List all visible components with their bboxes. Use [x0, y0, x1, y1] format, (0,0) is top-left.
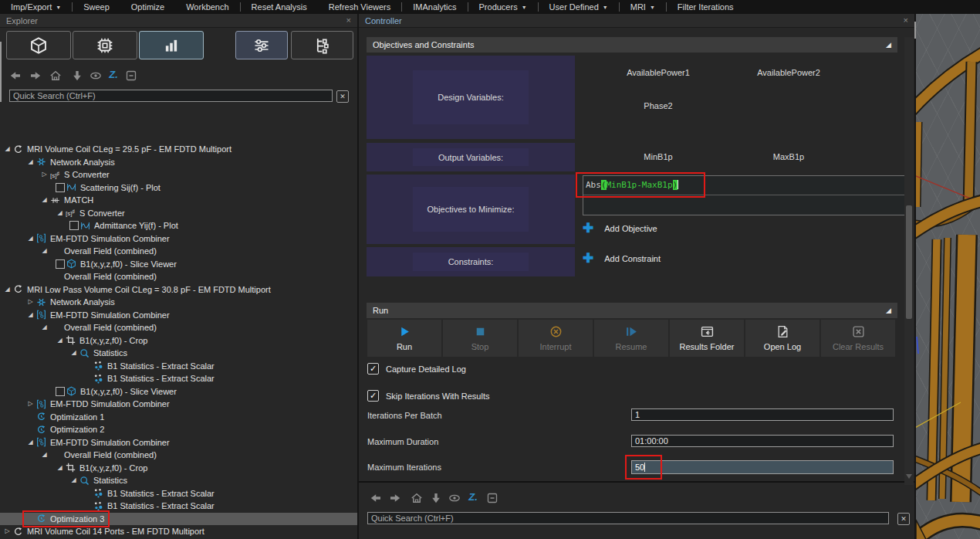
tree-row[interactable]: ◢S Converter: [0, 207, 357, 220]
resume-button[interactable]: Resume: [594, 320, 668, 357]
checkbox-checked-icon[interactable]: ✓: [367, 390, 379, 402]
expander-icon[interactable]: ◢: [25, 436, 36, 449]
expander-icon[interactable]: ◢: [68, 474, 79, 487]
home-button[interactable]: [49, 69, 62, 82]
tree-row[interactable]: B1(x,y,z,f0) - Slice Viewer: [0, 258, 357, 271]
tree-row[interactable]: Scattering Sij(f) - Plot: [0, 181, 357, 195]
tree-row[interactable]: ◢Overall Field (combined): [0, 245, 357, 258]
expander-icon[interactable]: ◢: [25, 309, 36, 322]
run-section-header[interactable]: Run ◢: [367, 303, 897, 318]
3d-viewport[interactable]: [916, 14, 980, 539]
explorer-search-clear-icon[interactable]: ✕: [336, 90, 349, 103]
tree-checkbox[interactable]: [56, 259, 65, 269]
tree-row[interactable]: ◢Statistics: [0, 474, 357, 487]
tree-row[interactable]: B1 Statistics - Extract Scalar: [0, 500, 357, 513]
tree-row[interactable]: ◢Statistics: [0, 347, 357, 360]
expander-icon[interactable]: ◢: [2, 283, 13, 297]
back-button[interactable]: [370, 492, 382, 504]
menu-item-workbench[interactable]: Workbench: [175, 0, 239, 14]
tree-row[interactable]: ◢B1(x,y,z,f0) - Crop: [0, 334, 357, 347]
circuit-view-button[interactable]: [73, 31, 137, 59]
tree-row[interactable]: ▷Network Analysis: [0, 296, 357, 309]
expander-icon[interactable]: ◢: [54, 462, 66, 475]
collapse-all-button[interactable]: [486, 492, 498, 504]
expander-icon[interactable]: ◢: [25, 232, 36, 246]
analysis-view-button[interactable]: [139, 31, 204, 59]
explorer-search-input[interactable]: [9, 90, 333, 102]
scrollbar-down-arrow[interactable]: [906, 474, 912, 479]
tree-row[interactable]: Optimization 3: [0, 513, 357, 526]
expander-icon[interactable]: ◢: [39, 194, 50, 207]
tree-row[interactable]: B1 Statistics - Extract Scalar: [0, 487, 357, 500]
menu-item-refresh-viewers[interactable]: Refresh Viewers: [318, 0, 402, 14]
objectives-section-header[interactable]: Objectives and Constraints ◢: [367, 37, 897, 53]
tree-row[interactable]: Overall Field (combined): [0, 270, 357, 283]
capture-detailed-log-checkbox[interactable]: ✓ Capture Detailed Log: [367, 363, 466, 375]
tree-checkbox[interactable]: [69, 221, 79, 230]
menu-item-optimize[interactable]: Optimize: [120, 0, 175, 14]
panel-splitter[interactable]: [914, 22, 916, 39]
tree-row[interactable]: Admittance Yij(f) - Plot: [0, 219, 357, 232]
expander-icon[interactable]: ◢: [25, 156, 36, 169]
add-objective-button[interactable]: ✚ Add Objective: [583, 223, 657, 234]
expander-icon[interactable]: ◢: [54, 207, 66, 220]
menu-item-mri[interactable]: MRI▼: [620, 0, 666, 14]
interrupt-button[interactable]: Interrupt: [519, 320, 593, 357]
expander-icon[interactable]: ◢: [39, 245, 50, 258]
maximum-duration-input[interactable]: 01:00:00: [631, 435, 894, 447]
forward-button[interactable]: [389, 492, 401, 504]
forward-button[interactable]: [29, 69, 42, 82]
menu-item-imanalytics[interactable]: IMAnalytics: [402, 0, 467, 14]
iterations-per-batch-input[interactable]: 1: [631, 408, 894, 421]
results-folder-button[interactable]: Results Folder: [670, 320, 744, 357]
back-button[interactable]: [9, 69, 22, 82]
tree-row[interactable]: ◢Network Analysis: [0, 156, 357, 169]
tree-checkbox[interactable]: [56, 183, 65, 192]
controller-search-clear-icon[interactable]: ✕: [897, 513, 910, 525]
visibility-button[interactable]: [90, 69, 102, 82]
tree-row[interactable]: Optimization 1: [0, 411, 357, 424]
stop-button[interactable]: Stop: [443, 320, 517, 357]
tree-checkbox[interactable]: [56, 387, 65, 396]
tree-row[interactable]: ◢EM-FDTD Simulation Combiner: [0, 232, 357, 246]
scrollbar-thumb[interactable]: [906, 205, 912, 319]
zeta-tool-button[interactable]: Z.: [107, 69, 120, 82]
menu-item-reset-analysis[interactable]: Reset Analysis: [241, 0, 318, 14]
controller-view-button[interactable]: [235, 31, 288, 59]
expander-icon[interactable]: ◢: [54, 334, 66, 347]
tree-row[interactable]: B1(x,y,z,f0) - Slice Viewer: [0, 385, 357, 398]
tree-row[interactable]: ◢EM-FDTD Simulation Combiner: [0, 436, 357, 449]
expand-down-button[interactable]: [430, 492, 442, 504]
menu-item-user-defined[interactable]: User Defined▼: [539, 0, 619, 14]
model-view-button[interactable]: [6, 31, 71, 59]
menu-item-sweep[interactable]: Sweep: [73, 0, 120, 14]
tree-row[interactable]: ◢MATCH: [0, 194, 357, 207]
skip-iterations-checkbox[interactable]: ✓ Skip Iterations With Results: [367, 390, 490, 402]
expander-icon[interactable]: ◢: [2, 143, 13, 156]
controller-scrollbar[interactable]: [904, 37, 914, 485]
tree-row[interactable]: ◢EM-FDTD Simulation Combiner: [0, 309, 357, 322]
tree-row[interactable]: ◢MRI Low Pass Volume Coil CLeg = 30.8 pF…: [0, 283, 357, 297]
menu-item-producers[interactable]: Producers▼: [468, 0, 538, 14]
menu-item-imp-export[interactable]: Imp/Export▼: [0, 0, 72, 14]
home-button[interactable]: [411, 492, 423, 504]
expander-icon[interactable]: ◢: [39, 449, 50, 462]
expander-icon[interactable]: ▷: [2, 525, 13, 538]
tree-row[interactable]: B1 Statistics - Extract Scalar: [0, 360, 357, 373]
visibility-button[interactable]: [448, 492, 461, 504]
expander-icon[interactable]: ◢: [39, 321, 50, 334]
maximum-iterations-input[interactable]: 50: [631, 460, 894, 474]
controller-close-icon[interactable]: ×: [904, 16, 908, 25]
panel-splitter[interactable]: [0, 42, 2, 102]
tree-row[interactable]: ▷MRI Volume Coil 14 Ports - EM FDTD Mult…: [0, 525, 357, 538]
add-constraint-button[interactable]: ✚ Add Constraint: [583, 253, 661, 264]
tree-row[interactable]: B1 Statistics - Extract Scalar: [0, 372, 357, 385]
tree-row[interactable]: ▷S Converter: [0, 168, 357, 181]
tree-row[interactable]: ◢Overall Field (combined): [0, 321, 357, 334]
menu-item-filter-iterations[interactable]: Filter Iterations: [667, 0, 745, 14]
collapse-all-button[interactable]: [125, 69, 137, 82]
hierarchy-view-button[interactable]: [291, 31, 353, 59]
controller-search-input[interactable]: [367, 512, 889, 524]
tree-row[interactable]: ◢B1(x,y,z,f0) - Crop: [0, 462, 357, 475]
tree-row[interactable]: ◢Overall Field (combined): [0, 449, 357, 462]
